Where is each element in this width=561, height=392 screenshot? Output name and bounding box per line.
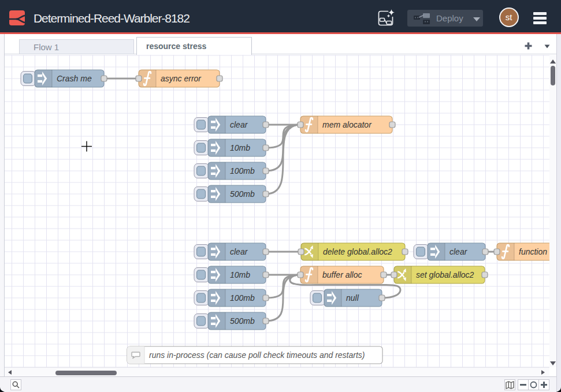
svg-text:100mb: 100mb [230,166,255,176]
svg-text:500mb: 500mb [230,189,255,199]
svg-text:clear: clear [230,120,248,129]
svg-text:100mb: 100mb [230,293,255,303]
svg-text:Crash me: Crash me [57,74,92,83]
svg-text:500mb: 500mb [230,316,255,326]
svg-text:runs in-process (can cause pol: runs in-process (can cause poll check ti… [149,350,365,360]
svg-text:clear: clear [230,247,248,256]
svg-text:clear: clear [449,247,468,256]
svg-text:function: function [519,247,547,256]
svg-text:async error: async error [161,74,202,83]
svg-text:buffer alloc: buffer alloc [322,270,362,279]
svg-text:delete global.alloc2: delete global.alloc2 [323,247,392,256]
svg-text:mem alocator: mem alocator [322,120,372,129]
svg-text:10mb: 10mb [230,270,250,279]
svg-text:set global.alloc2: set global.alloc2 [416,270,474,279]
svg-text:null: null [346,293,359,303]
svg-text:10mb: 10mb [230,143,250,152]
